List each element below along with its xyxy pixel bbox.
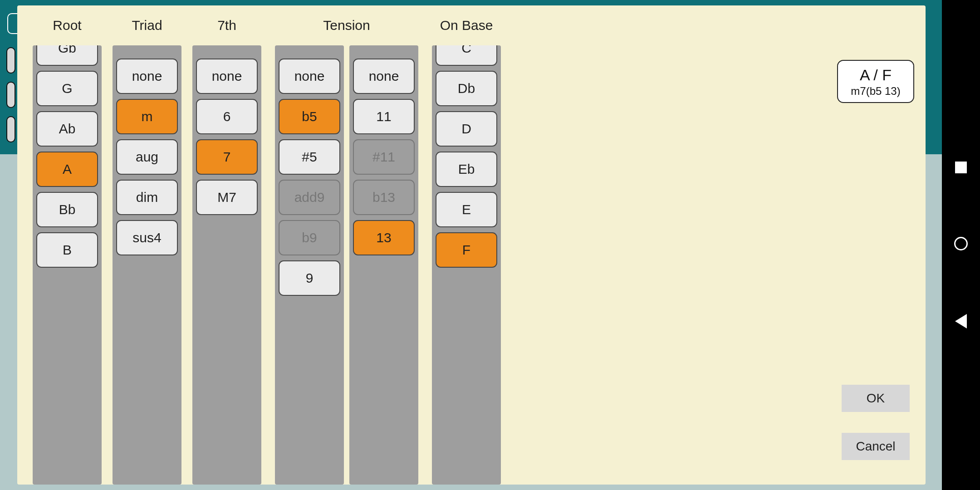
col-seventh: 7th none67M7 — [190, 5, 264, 485]
option-m[interactable]: m — [116, 99, 178, 134]
chord-dialog: Root GbGAbABbB Triad nonemaugdimsus4 7th… — [17, 5, 926, 485]
right-panel: A / F m7(b5 13) OK Cancel — [826, 5, 926, 485]
col-triad: Triad nonemaugdimsus4 — [110, 5, 184, 485]
option-b5[interactable]: b5 — [279, 99, 340, 134]
option--11: #11 — [353, 139, 415, 175]
option-c[interactable]: C — [436, 45, 497, 66]
triad-scroller[interactable]: nonemaugdimsus4 — [113, 45, 181, 485]
nav-home-icon[interactable] — [954, 237, 968, 250]
option-none[interactable]: none — [279, 59, 340, 94]
option-dim[interactable]: dim — [116, 180, 178, 215]
option-g[interactable]: G — [36, 71, 98, 106]
option-add9: add9 — [279, 180, 340, 215]
option-9[interactable]: 9 — [279, 260, 340, 296]
col-header-tension: Tension — [270, 5, 424, 45]
option-none[interactable]: none — [196, 59, 258, 94]
option-b[interactable]: B — [36, 232, 98, 268]
option-b9: b9 — [279, 220, 340, 255]
col-header-onbase: On Base — [429, 5, 504, 45]
bg-button — [6, 82, 15, 108]
col-onbase: On Base CDbDEbEF — [429, 5, 504, 485]
root-scroller[interactable]: GbGAbABbB — [33, 45, 102, 485]
option-bb[interactable]: Bb — [36, 192, 98, 227]
option-6[interactable]: 6 — [196, 99, 258, 134]
option-sus4[interactable]: sus4 — [116, 220, 178, 255]
col-tension: Tension noneb5#5add9b99 none11#11b1313 — [270, 5, 424, 485]
option-eb[interactable]: Eb — [436, 152, 497, 187]
bg-button — [6, 116, 15, 142]
option-none[interactable]: none — [116, 59, 178, 94]
option-none[interactable]: none — [353, 59, 415, 94]
option-aug[interactable]: aug — [116, 139, 178, 175]
ok-button[interactable]: OK — [842, 385, 910, 412]
option-d[interactable]: D — [436, 111, 497, 147]
col-header-triad: Triad — [110, 5, 184, 45]
nav-back-icon[interactable] — [955, 314, 967, 328]
option-e[interactable]: E — [436, 192, 497, 227]
tension2-scroller[interactable]: none11#11b1313 — [349, 45, 418, 485]
col-header-seventh: 7th — [190, 5, 264, 45]
columns-wrap: Root GbGAbABbB Triad nonemaugdimsus4 7th… — [17, 5, 826, 485]
chord-display: A / F m7(b5 13) — [837, 60, 914, 103]
option-gb[interactable]: Gb — [36, 45, 98, 66]
chord-display-line1: A / F — [842, 66, 910, 84]
tension1-scroller[interactable]: noneb5#5add9b99 — [275, 45, 344, 485]
option--5[interactable]: #5 — [279, 139, 340, 175]
option-b13: b13 — [353, 180, 415, 215]
bg-button — [6, 47, 15, 74]
col-header-root: Root — [30, 5, 104, 45]
option-11[interactable]: 11 — [353, 99, 415, 134]
cancel-button[interactable]: Cancel — [842, 433, 910, 460]
option-f[interactable]: F — [436, 232, 497, 268]
option-db[interactable]: Db — [436, 71, 497, 106]
option-7[interactable]: 7 — [196, 139, 258, 175]
chord-display-line2: m7(b5 13) — [842, 85, 910, 98]
nav-recent-icon[interactable] — [955, 162, 967, 173]
option-m7[interactable]: M7 — [196, 180, 258, 215]
seventh-scroller[interactable]: none67M7 — [192, 45, 261, 485]
option-ab[interactable]: Ab — [36, 111, 98, 147]
option-a[interactable]: A — [36, 152, 98, 187]
tension-pair: noneb5#5add9b99 none11#11b1313 — [275, 45, 418, 485]
onbase-scroller[interactable]: CDbDEbEF — [432, 45, 501, 485]
option-13[interactable]: 13 — [353, 220, 415, 255]
android-nav-bar — [942, 0, 980, 490]
col-root: Root GbGAbABbB — [30, 5, 104, 485]
